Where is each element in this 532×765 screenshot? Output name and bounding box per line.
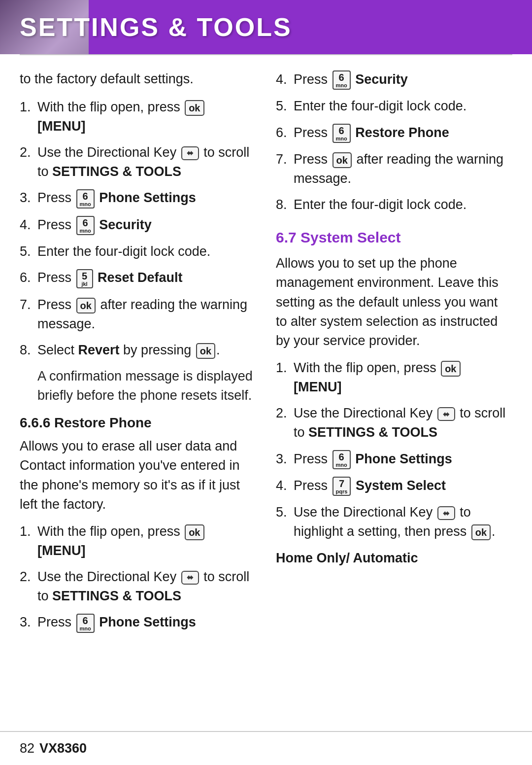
bold-text: Security [99,217,152,232]
ok-key-badge: ok [196,343,215,359]
list-number: 2. [20,143,37,181]
list-item: 5.Use the Directional Key ⬌ to highlight… [276,503,512,541]
system-select-steps-list: 1.With the flip open, press ok [MENU]2.U… [276,358,512,542]
bold-text: Restore Phone [355,125,449,140]
list-item: 4.Press 6mno Security [20,215,256,235]
restore-phone-heading: 6.6.6 Restore Phone [20,415,256,431]
intro-text: to the factory default settings. [20,70,256,89]
list-item-content: Press 6mno Phone Settings [37,188,256,208]
list-item: 5.Enter the four-digit lock code. [276,97,512,116]
list-item-content: Press 7pqrs System Select [294,476,512,496]
right-column: 4.Press 6mno Security5.Enter the four-di… [276,70,512,640]
bold-text: Reset Default [98,270,183,285]
bold-text: SETTINGS & TOOLS [52,589,181,603]
list-number: 6. [20,268,37,288]
directional-key-icon: ⬌ [181,146,199,160]
list-item-content: Use the Directional Key ⬌ to scroll to S… [37,567,256,606]
ok-key-badge: ok [76,298,96,313]
list-item: 2.Use the Directional Key ⬌ to scroll to… [20,143,256,181]
list-item: 2.Use the Directional Key ⬌ to scroll to… [276,404,512,442]
num-key-badge: 5jkl [76,269,93,288]
list-number: 8. [276,195,294,214]
page-number: 82 [20,741,34,756]
list-number: 1. [20,98,37,136]
ok-key-badge: ok [332,152,352,168]
ok-key-badge: ok [471,524,491,540]
list-item: 3.Press 6mno Phone Settings [20,188,256,208]
list-item: 5.Enter the four-digit lock code. [20,242,256,261]
main-content: to the factory default settings. 1.With … [0,55,532,655]
list-item-content: Press 6mno Phone Settings [37,613,256,632]
bold-text: Phone Settings [99,190,196,205]
page-title: SETTINGS & TOOLS [20,12,292,42]
list-number: 3. [20,613,37,632]
bold-text: [MENU] [37,543,85,558]
list-item: 3.Press 6mno Phone Settings [20,613,256,632]
ok-key-badge: ok [441,361,460,377]
right-top-list: 4.Press 6mno Security5.Enter the four-di… [276,70,512,214]
confirmation-note: A confirmation message is displayed brie… [37,367,256,405]
list-number: 3. [276,450,294,469]
list-item-content: Select Revert by pressing ok. [37,341,256,360]
system-select-body: Allows you to set up the phone managemen… [276,254,512,350]
list-number: 1. [276,358,294,397]
list-item-content: Enter the four-digit lock code. [294,195,512,214]
bold-text: Revert [78,343,120,357]
list-item: 1.With the flip open, press ok [MENU] [20,522,256,560]
list-item-content: Press 6mno Phone Settings [294,450,512,469]
list-item-content: With the flip open, press ok [MENU] [37,98,256,136]
bold-text: Phone Settings [99,615,196,629]
list-number: 5. [276,97,294,116]
main-steps-list: 1.With the flip open, press ok [MENU]2.U… [20,98,256,360]
list-item-content: Press 6mno Restore Phone [294,123,512,143]
system-select-section: 6.7 System Select Allows you to set up t… [276,229,512,565]
list-item-content: Use the Directional Key ⬌ to scroll to S… [294,404,512,442]
list-number: 2. [20,567,37,606]
list-item-content: Use the Directional Key ⬌ to scroll to S… [37,143,256,181]
list-number: 4. [20,215,37,235]
num-key-badge: 7pqrs [332,477,351,496]
left-column: to the factory default settings. 1.With … [20,70,256,640]
list-item-content: Use the Directional Key ⬌ to highlight a… [294,503,512,541]
restore-steps-list: 1.With the flip open, press ok [MENU]2.U… [20,522,256,633]
list-number: 2. [276,404,294,442]
directional-key-icon: ⬌ [181,571,199,585]
system-select-heading: 6.7 System Select [276,229,512,246]
list-item: 2.Use the Directional Key ⬌ to scroll to… [20,567,256,606]
list-number: 1. [20,522,37,560]
list-item: 4.Press 6mno Security [276,70,512,90]
list-item-content: Press 5jkl Reset Default [37,268,256,288]
list-item: 8.Select Revert by pressing ok. [20,341,256,360]
list-item: 6.Press 5jkl Reset Default [20,268,256,288]
list-item-content: Press ok after reading the warning messa… [294,150,512,188]
list-item: 1.With the flip open, press ok [MENU] [20,98,256,136]
num-key-badge: 6mno [332,70,351,90]
num-key-badge: 6mno [332,450,351,469]
list-item-content: Enter the four-digit lock code. [37,242,256,261]
list-item: 3.Press 6mno Phone Settings [276,450,512,469]
bold-text: Phone Settings [355,452,452,466]
num-key-badge: 6mno [76,614,95,633]
list-item-content: Press ok after reading the warning messa… [37,295,256,334]
directional-key-icon: ⬌ [437,506,455,520]
num-key-badge: 6mno [76,189,95,209]
home-only-heading: Home Only/ Automatic [276,551,512,566]
list-item: 7.Press ok after reading the warning mes… [276,150,512,188]
list-number: 4. [276,70,294,90]
list-number: 5. [276,503,294,541]
bold-text: Security [355,72,408,87]
list-item-content: Press 6mno Security [294,70,512,90]
list-item: 8.Enter the four-digit lock code. [276,195,512,214]
page-footer: 82 VX8360 [0,731,532,765]
list-item-content: With the flip open, press ok [MENU] [37,522,256,560]
page-header: SETTINGS & TOOLS [0,0,532,54]
directional-key-icon: ⬌ [437,407,455,421]
list-item-content: Press 6mno Security [37,215,256,235]
ok-key-badge: ok [185,100,204,116]
list-number: 4. [276,476,294,496]
bold-text: System Select [356,478,446,493]
footer-title: VX8360 [39,741,87,756]
bold-text: SETTINGS & TOOLS [52,164,181,179]
ok-key-badge: ok [185,524,204,540]
num-key-badge: 6mno [332,124,351,143]
